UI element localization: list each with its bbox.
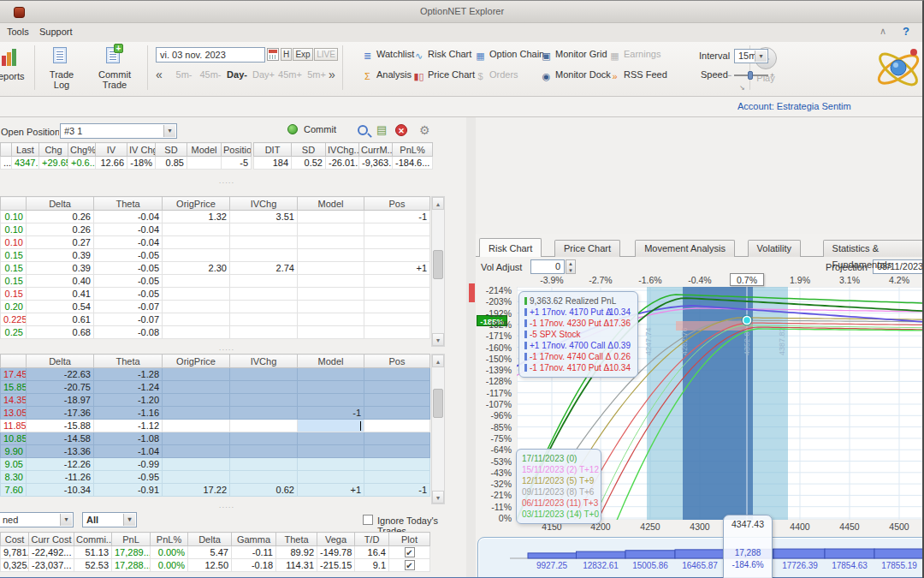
tab-movement-analysis[interactable]: Movement Analysis xyxy=(635,240,735,257)
table-row[interactable]: 11.85-15.88-1.12 xyxy=(1,420,430,432)
table-row[interactable]: 0.2250.61-0.07 xyxy=(1,313,430,326)
cell[interactable]: +1 xyxy=(364,262,430,275)
cell[interactable]: 0.39 xyxy=(27,262,94,275)
option-chain-button[interactable]: ▦Option Chain xyxy=(475,49,544,63)
cell[interactable]: -0.99 xyxy=(94,458,163,471)
cell[interactable]: 51.13 xyxy=(74,546,112,559)
scrollbar-lower[interactable]: ▴ ▾ xyxy=(431,354,445,504)
cell[interactable]: 0.26 xyxy=(27,211,94,223)
cell[interactable]: -0.08 xyxy=(94,326,163,339)
cell[interactable] xyxy=(364,249,430,262)
cell[interactable] xyxy=(298,223,364,236)
table-row[interactable]: 17.45-22.63-1.28 xyxy=(1,368,430,381)
cell[interactable]: 9.1 xyxy=(355,559,389,572)
cell[interactable]: -149.78 xyxy=(317,546,355,559)
cell[interactable]: -0.95 xyxy=(94,471,163,484)
cell[interactable]: 0.52 xyxy=(292,157,326,170)
cell[interactable]: 11.85 xyxy=(1,420,27,432)
cell[interactable] xyxy=(364,381,430,394)
cell[interactable] xyxy=(298,458,364,471)
table-row[interactable]: 0.150.39-0.05 xyxy=(1,249,430,262)
cell[interactable] xyxy=(163,275,230,288)
cell[interactable]: -1.20 xyxy=(94,394,163,407)
cell[interactable] xyxy=(230,301,298,313)
cell[interactable]: 7.60 xyxy=(1,484,27,497)
chevron-down-icon[interactable]: ▾ xyxy=(60,514,72,526)
cell[interactable]: 12.50 xyxy=(188,559,232,572)
table-row[interactable]: 0.100.26-0.04 xyxy=(1,223,430,236)
cell[interactable] xyxy=(163,381,230,394)
cell[interactable]: +0.6... xyxy=(68,157,96,170)
cell[interactable] xyxy=(364,275,430,288)
cell[interactable]: -1.04 xyxy=(94,445,163,458)
date-nav-45m+[interactable]: 45m+ xyxy=(277,69,303,80)
cell[interactable] xyxy=(298,313,364,326)
all-filter-select[interactable]: All ▾ xyxy=(82,512,137,527)
cell[interactable]: -18% xyxy=(127,157,156,170)
cell[interactable]: -0.07 xyxy=(94,313,163,326)
cell[interactable] xyxy=(163,236,230,249)
cell[interactable]: -1.08 xyxy=(94,432,163,445)
cell[interactable]: 0.00% xyxy=(151,546,188,559)
cell[interactable]: 15.85 xyxy=(1,381,27,394)
cell[interactable]: 12.66 xyxy=(96,157,127,170)
cell[interactable]: 3.51 xyxy=(230,211,298,223)
table-row[interactable]: 9.90-13.36-1.04 xyxy=(1,445,430,458)
windows-dialog-launcher-icon[interactable]: ↘ xyxy=(739,84,745,92)
cell[interactable]: 184 xyxy=(254,157,292,170)
tab-statistics-fundamentals[interactable]: Statistics & Fundamentals xyxy=(823,240,924,257)
cell[interactable]: 0.15 xyxy=(1,262,27,275)
cell[interactable]: -5 xyxy=(222,157,252,170)
cell[interactable]: 5.47 xyxy=(188,546,232,559)
cell[interactable] xyxy=(230,368,298,381)
cell[interactable]: 9.05 xyxy=(1,458,27,471)
cell[interactable] xyxy=(163,407,230,420)
chevron-down-icon[interactable]: ▾ xyxy=(123,514,135,526)
cell[interactable]: 17,289.... xyxy=(112,546,151,559)
cell[interactable]: -184.6... xyxy=(393,157,433,170)
cell[interactable]: 0.10 xyxy=(1,223,27,236)
cell[interactable] xyxy=(298,275,364,288)
cell[interactable]: -10.34 xyxy=(27,484,94,497)
hour-button[interactable]: H xyxy=(281,48,292,61)
table-row[interactable]: 0.150.39-0.052.302.74+1 xyxy=(1,262,430,275)
cell[interactable]: 16.4 xyxy=(355,546,389,559)
cell[interactable]: -1 xyxy=(298,407,364,420)
cell[interactable] xyxy=(230,471,298,484)
cell[interactable] xyxy=(230,313,298,326)
cell[interactable] xyxy=(163,301,230,313)
tab-risk-chart[interactable]: Risk Chart xyxy=(479,238,542,257)
cell[interactable]: 0.15 xyxy=(1,275,27,288)
cell[interactable] xyxy=(163,394,230,407)
table-row[interactable]: 8.30-11.26-0.95 xyxy=(1,471,430,484)
cell[interactable]: 0.40 xyxy=(27,275,94,288)
cell[interactable] xyxy=(364,288,430,301)
date-nav-Day-[interactable]: Day- xyxy=(224,69,250,80)
cell[interactable]: 4347... xyxy=(12,157,39,170)
cell[interactable] xyxy=(298,381,364,394)
cell[interactable] xyxy=(298,288,364,301)
cell[interactable]: -14.58 xyxy=(27,432,94,445)
cell[interactable] xyxy=(298,445,364,458)
scrollbar-thumb[interactable] xyxy=(433,250,443,279)
cell[interactable]: 0.39 xyxy=(27,249,94,262)
cell[interactable]: 10.85 xyxy=(1,432,27,445)
table-row[interactable]: 0.150.41-0.05 xyxy=(1,288,430,301)
plot-checkbox[interactable]: ✔ xyxy=(405,547,415,557)
tab-price-chart[interactable]: Price Chart xyxy=(554,240,620,257)
cell[interactable] xyxy=(298,236,364,249)
cell[interactable]: -1.24 xyxy=(94,381,163,394)
table-row[interactable]: 0.250.68-0.08 xyxy=(1,326,430,339)
search-icon[interactable] xyxy=(358,125,368,135)
cell[interactable] xyxy=(163,326,230,339)
cell[interactable] xyxy=(230,420,298,432)
table-row[interactable]: 14.35-18.97-1.20 xyxy=(1,394,430,407)
table-row[interactable]: 0,325....-23,037...52.5317,288....0.00%1… xyxy=(1,559,430,572)
speed-slider[interactable]: − + xyxy=(734,71,773,80)
analysis-button[interactable]: ΣAnalysis xyxy=(362,69,412,83)
splitter-handle[interactable] xyxy=(216,506,238,509)
cell[interactable]: 0.68 xyxy=(27,326,94,339)
cell[interactable] xyxy=(364,458,430,471)
cell[interactable]: -17.36 xyxy=(27,407,94,420)
cell[interactable]: -22.63 xyxy=(27,368,94,381)
